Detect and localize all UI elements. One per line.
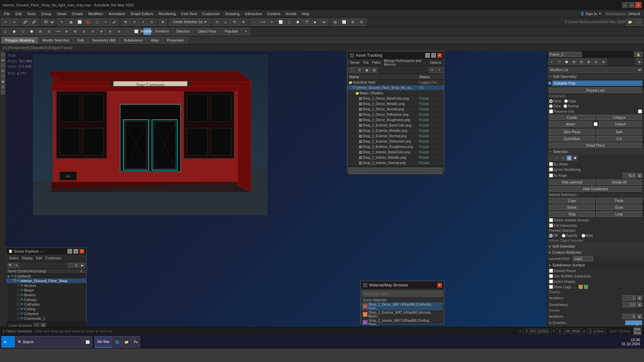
se-eye-icon[interactable]: 👁: [20, 284, 23, 287]
left-icon-5[interactable]: ⬡: [1, 74, 5, 79]
se-eye-icon[interactable]: 👁: [20, 293, 23, 297]
menu-group[interactable]: Group: [38, 10, 54, 17]
at-tb2[interactable]: ☰: [356, 67, 363, 73]
hide-selected-btn[interactable]: Hide selected: [549, 179, 595, 185]
rp-tool-7[interactable]: ⊡: [593, 58, 599, 65]
menu-arnold[interactable]: Arnold: [283, 10, 299, 17]
add-time-tag-btn[interactable]: + Add Time Tag: [633, 327, 641, 335]
selection-filter[interactable]: All: [41, 19, 55, 25]
menu-rendering[interactable]: Rendering: [156, 10, 179, 17]
curve-editor[interactable]: 📈: [277, 18, 285, 26]
at-tb4[interactable]: ▤: [371, 67, 378, 73]
menu-views[interactable]: Views: [54, 10, 69, 17]
at-tb3[interactable]: ▦: [363, 67, 370, 73]
modeling-tb16[interactable]: ⬜: [132, 28, 140, 35]
select-by-name[interactable]: ▦: [67, 18, 75, 26]
at-menu-paths[interactable]: Paths: [371, 61, 382, 64]
close-button[interactable]: ✕: [635, 2, 641, 8]
left-icon-7[interactable]: ☰: [1, 85, 5, 89]
menu-interactive[interactable]: Interactive: [242, 10, 265, 17]
menu-help[interactable]: Help: [299, 10, 312, 17]
at-menu-options[interactable]: Options: [429, 61, 443, 64]
smooth-result-check[interactable]: [549, 269, 553, 273]
at-tb1[interactable]: ⬛: [349, 67, 355, 73]
grow-btn[interactable]: Grow: [596, 205, 642, 210]
modeling-tb12[interactable]: ⊛: [97, 28, 105, 35]
soft-selection-header[interactable]: ▶ Soft Selection: [547, 243, 644, 249]
modeling-tb10[interactable]: ⊘: [80, 28, 88, 35]
at-row-16[interactable]: 🖼Shop_2_Interior_Roughness.pngFound: [347, 166, 444, 166]
isoline-check[interactable]: [549, 279, 553, 283]
current-uvset-input[interactable]: [573, 256, 593, 261]
se-menu-customize[interactable]: Customize: [44, 256, 62, 260]
at-row-15[interactable]: 🖼Shop_2_Interior_Normal.pngFound: [347, 160, 444, 166]
loop-btn[interactable]: Loop: [596, 211, 642, 217]
modeling-tb14[interactable]: ⊝: [115, 28, 123, 35]
menu-file[interactable]: File: [1, 10, 13, 17]
task-view[interactable]: ⬜: [83, 336, 92, 348]
modeling-tb2[interactable]: ◼: [10, 28, 18, 35]
render-setup[interactable]: 🎬: [303, 18, 311, 26]
undo-button[interactable]: ↩: [1, 18, 9, 26]
se-tree[interactable]: ▶👁0 (default)🎬👁Interior_Ground_Floor_Sho…: [6, 274, 86, 321]
menu-customize[interactable]: Customize: [200, 10, 222, 17]
menu-graph-editors[interactable]: Graph Editors: [128, 10, 156, 17]
at-row-3[interactable]: 🖼Shop_2_Decor_BaseColor.pngFound: [347, 96, 444, 101]
paint-select[interactable]: 🖌: [110, 18, 118, 26]
reset-plane-btn[interactable]: Reset Plane: [549, 143, 642, 148]
create-btn[interactable]: Create: [549, 115, 595, 120]
sign-in-label[interactable]: Sign In: [586, 12, 597, 16]
task-search[interactable]: 🔍 Search: [15, 336, 83, 348]
viewport[interactable]: Your Company 24h: [6, 51, 547, 333]
mb-mat-row-2[interactable]: M Shop_2_Interior_MAT (VRayMtl) [Ceiling…: [362, 318, 443, 326]
paste-btn[interactable]: Paste: [596, 198, 642, 203]
viewport-layout[interactable]: ▤: [331, 18, 339, 26]
se-tb1[interactable]: ⬛: [67, 263, 73, 268]
slice-plane-btn[interactable]: Slice Plane: [549, 129, 595, 135]
rect-select[interactable]: ⬜: [76, 18, 84, 26]
se-tree-item-6[interactable]: ⬡👁Canopy: [6, 297, 86, 302]
left-icon-6[interactable]: ⬢: [1, 79, 5, 84]
sel-edge-icon[interactable]: /: [554, 155, 560, 161]
fence-select[interactable]: ⬠: [93, 18, 101, 26]
subtab-properties[interactable]: Properties: [163, 37, 188, 44]
rp-tool-8[interactable]: ⊕: [600, 58, 607, 65]
mb-mat-row-0[interactable]: M Shop_2_Decor_MAT (VRayMtl) [Cathedra, …: [362, 302, 443, 310]
se-eye-icon[interactable]: 👁: [20, 307, 23, 311]
subtab-edit[interactable]: Edit: [74, 37, 88, 44]
select-obj-button[interactable]: 🔗: [21, 18, 29, 26]
layer-manager[interactable]: ≡: [268, 18, 276, 26]
smoothness-input[interactable]: [623, 302, 636, 307]
se-tree-item-2[interactable]: 🎬👁Interior_Ground_Floor_Shop: [6, 278, 86, 283]
viewport-config[interactable]: ⬜: [340, 18, 348, 26]
subtab-polygon-modeling[interactable]: Polygon Modeling: [1, 37, 38, 44]
se-close[interactable]: ✕: [80, 249, 84, 254]
viewport-4[interactable]: ⊟: [357, 18, 365, 26]
smoothness-spinner[interactable]: ▲: [637, 302, 642, 307]
se-minimize[interactable]: ─: [67, 249, 72, 254]
se-tree-item-1[interactable]: ▶👁0 (default): [6, 274, 86, 278]
rp-tool-3[interactable]: ⬢: [563, 58, 570, 65]
at-row-13[interactable]: 🖼Shop_2_Interior_BaseColor.pngFound: [347, 150, 444, 155]
split-btn[interactable]: Split: [596, 129, 642, 135]
at-row-4[interactable]: 🖼Shop_2_Decor_Metallic.pngFound: [347, 101, 444, 107]
repeat-last-btn[interactable]: Repeat Last: [549, 88, 642, 93]
se-tb2[interactable]: ☰: [73, 263, 79, 268]
modeling-tb13[interactable]: ⊜: [106, 28, 114, 35]
minimize-button[interactable]: ─: [622, 2, 628, 8]
modeling-tb6[interactable]: ⊟: [45, 28, 53, 35]
iterations-spinner[interactable]: ▲: [637, 296, 642, 300]
iterations-input[interactable]: [623, 295, 636, 301]
menu-tools[interactable]: Tools: [24, 10, 39, 17]
modeling-tb5[interactable]: ⊞: [36, 28, 44, 35]
rp-tool-1[interactable]: +: [548, 58, 555, 65]
editable-poly-modifier[interactable]: Editable Poly: [552, 81, 642, 86]
rp-tool-4[interactable]: ⊞: [571, 58, 577, 65]
subtab-geometry-all[interactable]: Geometry (All): [88, 37, 119, 44]
snap-toggle[interactable]: ⊡: [213, 18, 221, 26]
show-cage-check[interactable]: [549, 285, 553, 289]
se-tree-item-5[interactable]: ⬡👁Beams: [6, 293, 86, 297]
at-row-6[interactable]: 🖼Shop_2_Decor_Refraction.pngFound: [347, 112, 444, 117]
top-tab-selection[interactable]: Selection: [173, 28, 193, 35]
at-row-11[interactable]: 🖼Shop_2_Exterior_Refraction.pngFound: [347, 139, 444, 144]
